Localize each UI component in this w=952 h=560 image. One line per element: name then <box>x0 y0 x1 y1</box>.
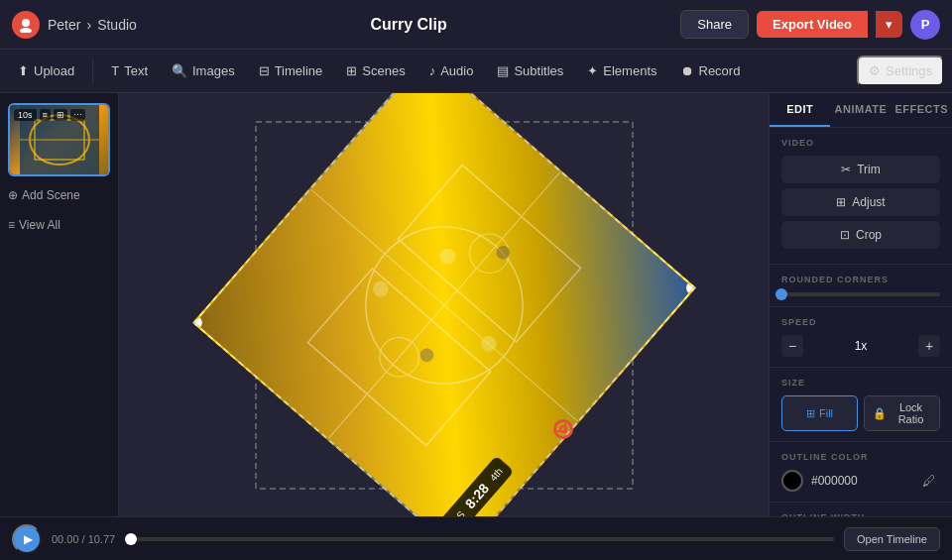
elements-icon: ✦ <box>587 63 598 78</box>
top-bar: Peter › Studio Curry Clip Share Export V… <box>0 0 952 50</box>
upload-label: Upload <box>34 63 74 78</box>
audio-icon: ♪ <box>429 63 436 78</box>
settings-label: Settings <box>886 63 932 78</box>
speed-section: SPEED − 1x + <box>770 307 952 368</box>
text-icon: T <box>111 63 119 78</box>
current-time: 00.00 / 10.77 <box>52 533 115 545</box>
record-label: Record <box>699 63 741 78</box>
outline-color-label: OUTLINE COLOR <box>781 452 940 462</box>
speed-control: − 1x + <box>781 335 940 357</box>
size-buttons: ⊞ Fill 🔒 Lock Ratio <box>781 395 940 431</box>
speed-decrease-button[interactable]: − <box>781 335 803 357</box>
size-section-label: SIZE <box>781 378 940 388</box>
timeline-label: Timeline <box>275 63 323 78</box>
text-label: Text <box>124 63 148 78</box>
scenes-button[interactable]: ⊞ Scenes <box>336 57 415 84</box>
images-button[interactable]: 🔍 Images <box>162 57 245 84</box>
export-button[interactable]: Export Video <box>757 11 868 38</box>
svg-point-0 <box>22 19 30 27</box>
settings-button[interactable]: ⚙ Settings <box>857 56 944 86</box>
crop-icon: ⊡ <box>840 228 850 242</box>
outline-color-swatch[interactable] <box>781 470 803 492</box>
project-title: Curry Clip <box>370 16 446 34</box>
trim-label: Trim <box>857 163 881 176</box>
trim-icon: ✂ <box>841 163 851 176</box>
timeline-bar[interactable] <box>125 537 834 541</box>
record-icon: ⏺ <box>681 63 694 78</box>
audio-button[interactable]: ♪ Audio <box>419 57 484 84</box>
corners-slider[interactable] <box>781 292 940 296</box>
svg-point-16 <box>436 245 458 267</box>
view-all-icon: ≡ <box>8 218 15 232</box>
record-button[interactable]: ⏺ Record <box>671 57 751 84</box>
timeline-thumb[interactable] <box>125 533 137 545</box>
fill-button[interactable]: ⊞ Fill <box>781 395 858 431</box>
scene-list-icon: ≡ <box>40 109 51 121</box>
speed-increase-button[interactable]: + <box>918 335 940 357</box>
play-icon: ▶ <box>24 532 33 546</box>
video-section: VIDEO ✂ Trim ⊞ Adjust ⊡ Crop <box>770 128 952 265</box>
share-button[interactable]: Share <box>680 10 749 39</box>
text-button[interactable]: T Text <box>101 57 158 84</box>
toolbar-separator <box>92 59 93 83</box>
right-panel: EDIT ANIMATE EFFECTS VIDEO ✂ Trim ⊞ Adju… <box>769 93 952 516</box>
tab-effects[interactable]: EFFECTS <box>892 93 952 127</box>
adjust-label: Adjust <box>852 195 885 209</box>
trim-button[interactable]: ✂ Trim <box>781 156 940 183</box>
add-scene-label: Add Scene <box>22 188 80 202</box>
video-clip[interactable]: GS 8:28 4th <box>192 93 696 516</box>
open-timeline-button[interactable]: Open Timeline <box>844 527 940 551</box>
corners-section: ROUNDED CORNERS <box>770 265 952 307</box>
main-content: 10s ≡ ⊞ ⋯ ⊕ Add Scene ≡ View All <box>0 93 952 516</box>
audio-label: Audio <box>440 63 473 78</box>
corners-section-label: ROUNDED CORNERS <box>781 275 940 284</box>
upload-button[interactable]: ⬆ Upload <box>8 57 84 84</box>
tab-edit[interactable]: EDIT <box>770 93 830 127</box>
outline-color-section: OUTLINE COLOR #000000 🖊 <box>770 442 952 503</box>
lock-ratio-button[interactable]: 🔒 Lock Ratio <box>864 395 940 431</box>
bottom-bar: ▶ 00.00 / 10.77 Open Timeline <box>0 516 952 560</box>
svg-line-10 <box>310 189 577 421</box>
top-bar-left: Peter › Studio <box>12 11 137 39</box>
svg-point-15 <box>369 278 391 299</box>
timeline-icon: ⊟ <box>259 63 270 78</box>
toolbar: ⬆ Upload T Text 🔍 Images ⊟ Timeline ⊞ Sc… <box>0 50 952 93</box>
scenes-label: Scenes <box>362 63 405 78</box>
canvas-area[interactable]: GS 8:28 4th <box>119 93 769 516</box>
add-scene-button[interactable]: ⊕ Add Scene <box>8 184 110 206</box>
add-scene-icon: ⊕ <box>8 188 18 202</box>
user-name[interactable]: Peter <box>48 17 80 33</box>
play-button[interactable]: ▶ <box>12 524 42 554</box>
breadcrumb: Peter › Studio <box>48 17 137 33</box>
subtitles-button[interactable]: ▤ Subtitles <box>487 57 573 84</box>
lock-ratio-label: Lock Ratio <box>891 401 931 425</box>
top-bar-right: Share Export Video ▾ P <box>680 10 940 40</box>
adjust-button[interactable]: ⊞ Adjust <box>781 188 940 216</box>
scene-thumbnail[interactable]: 10s ≡ ⊞ ⋯ <box>8 103 110 176</box>
elements-button[interactable]: ✦ Elements <box>577 57 666 84</box>
breadcrumb-sep: › <box>86 17 91 33</box>
speed-value: 1x <box>811 339 910 353</box>
crop-button[interactable]: ⊡ Crop <box>781 221 940 249</box>
svg-point-1 <box>20 28 32 33</box>
view-all-button[interactable]: ≡ View All <box>8 214 110 236</box>
rotation-point[interactable] <box>553 419 573 439</box>
svg-point-13 <box>371 329 426 385</box>
score-display: GS <box>448 508 466 516</box>
video-frame: GS 8:28 4th <box>226 93 662 516</box>
eyedropper-button[interactable]: 🖊 <box>918 470 940 492</box>
scene-more-icon: ⋯ <box>70 109 85 121</box>
profile-button[interactable]: P <box>910 10 940 40</box>
tab-animate[interactable]: ANIMATE <box>830 93 891 127</box>
scene-time: 10s <box>14 109 37 121</box>
color-row: #000000 🖊 <box>781 470 940 492</box>
subtitles-label: Subtitles <box>514 63 563 78</box>
panel-tabs: EDIT ANIMATE EFFECTS <box>770 93 952 128</box>
crop-label: Crop <box>856 228 882 242</box>
speed-section-label: SPEED <box>781 317 940 327</box>
adjust-icon: ⊞ <box>836 195 846 209</box>
export-dropdown-button[interactable]: ▾ <box>876 11 902 38</box>
platform-name: Studio <box>97 17 137 33</box>
lock-icon: 🔒 <box>873 407 887 420</box>
timeline-button[interactable]: ⊟ Timeline <box>249 57 333 84</box>
